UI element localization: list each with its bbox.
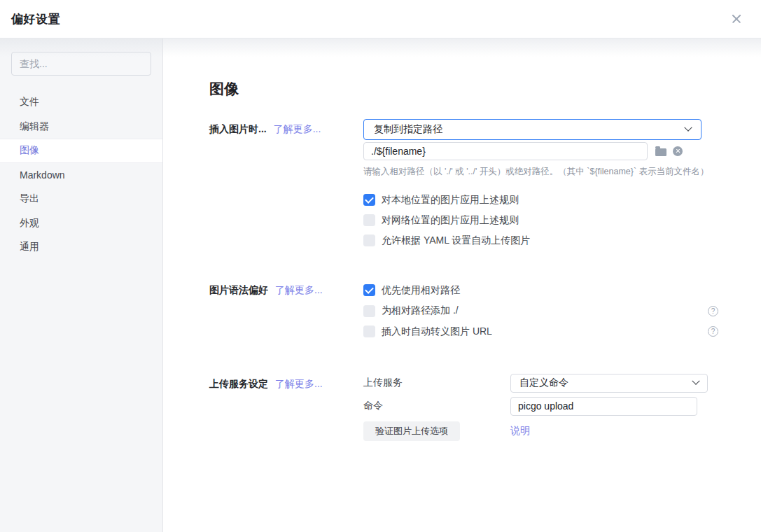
sidebar-item-label: 外观 bbox=[20, 217, 39, 230]
page-title: 图像 bbox=[209, 79, 761, 99]
learn-more-link[interactable]: 了解更多... bbox=[275, 378, 323, 391]
command-input[interactable] bbox=[510, 397, 697, 416]
syntax-checkbox-group: 优先使用相对路径 为相对路径添加 ./ 插入时自动转义图片 URL bbox=[363, 284, 718, 337]
section-head: 图片语法偏好 了解更多... bbox=[209, 284, 363, 346]
checkbox-label: 对网络位置的图片应用上述规则 bbox=[382, 214, 519, 227]
question-circle-icon[interactable] bbox=[708, 306, 718, 316]
checkbox-row-local-images[interactable]: 对本地位置的图片应用上述规则 bbox=[363, 194, 718, 206]
checkbox-row-relative-path[interactable]: 优先使用相对路径 bbox=[363, 284, 718, 296]
upload-service-select-value: 自定义命令 bbox=[519, 377, 568, 389]
insert-checkbox-group: 对本地位置的图片应用上述规则 对网络位置的图片应用上述规则 允许根据 YAML … bbox=[363, 194, 718, 246]
folder-icon[interactable] bbox=[655, 148, 666, 156]
settings-sidebar: 文件 编辑器 图像 Markdown 导出 外观 通用 bbox=[0, 38, 163, 532]
section-upload-service: 上传服务设定 了解更多... 上传服务 自定义命令 命令 bbox=[209, 374, 761, 445]
checkbox[interactable] bbox=[363, 284, 375, 296]
chevron-down-icon bbox=[684, 124, 692, 132]
sidebar-item-label: 文件 bbox=[20, 96, 39, 108]
upload-service-label: 上传服务 bbox=[363, 377, 510, 389]
checkbox-label: 为相对路径添加 ./ bbox=[382, 304, 459, 317]
sidebar-item-label: 通用 bbox=[20, 241, 39, 253]
sidebar-item-file[interactable]: 文件 bbox=[0, 90, 162, 115]
checkbox-label: 对本地位置的图片应用上述规则 bbox=[382, 194, 519, 206]
checkbox-row-add-dot-slash[interactable]: 为相对路径添加 ./ bbox=[363, 305, 718, 317]
insert-mode-select[interactable]: 复制到指定路径 bbox=[363, 119, 701, 140]
copy-path-input[interactable] bbox=[363, 142, 648, 160]
sidebar-item-export[interactable]: 导出 bbox=[0, 187, 162, 211]
section-body: 复制到指定路径 请输入相对路径（以 './' 或 '../' 开头）或绝对路径。… bbox=[363, 119, 718, 255]
checkbox-row-yaml-upload[interactable]: 允许根据 YAML 设置自动上传图片 bbox=[363, 234, 718, 246]
checkbox[interactable] bbox=[363, 305, 375, 317]
window-body: 文件 编辑器 图像 Markdown 导出 外观 通用 bbox=[0, 38, 761, 532]
path-row bbox=[363, 142, 718, 160]
insert-mode-select-value: 复制到指定路径 bbox=[374, 123, 442, 136]
section-label: 上传服务设定 bbox=[209, 378, 268, 391]
checkbox-row-online-images[interactable]: 对网络位置的图片应用上述规则 bbox=[363, 214, 718, 226]
section-head: 上传服务设定 了解更多... bbox=[209, 374, 363, 445]
section-body: 优先使用相对路径 为相对路径添加 ./ 插入时自动转义图片 URL bbox=[363, 284, 718, 346]
section-body: 上传服务 自定义命令 命令 验证图片上传选项 说 bbox=[363, 374, 718, 445]
learn-more-link[interactable]: 了解更多... bbox=[274, 123, 321, 136]
sidebar-item-label: Markdown bbox=[20, 169, 65, 181]
sidebar-nav: 文件 编辑器 图像 Markdown 导出 外观 通用 bbox=[0, 90, 162, 260]
section-label: 插入图片时... bbox=[209, 123, 267, 136]
checkbox-label: 允许根据 YAML 设置自动上传图片 bbox=[382, 234, 530, 247]
validate-button-cell: 验证图片上传选项 bbox=[363, 421, 510, 441]
search-wrap bbox=[0, 38, 162, 76]
close-icon[interactable] bbox=[730, 13, 743, 25]
checkbox[interactable] bbox=[363, 194, 375, 206]
clear-circle-icon[interactable] bbox=[673, 146, 683, 156]
sidebar-item-general[interactable]: 通用 bbox=[0, 235, 162, 260]
window-title: 偏好设置 bbox=[11, 11, 60, 27]
path-hint-text: 请输入相对路径（以 './' 或 '../' 开头）或绝对路径。（其中 `${f… bbox=[363, 166, 718, 177]
sidebar-item-appearance[interactable]: 外观 bbox=[0, 211, 162, 236]
search-input[interactable] bbox=[11, 52, 151, 76]
sidebar-item-label: 编辑器 bbox=[20, 120, 49, 133]
learn-more-link[interactable]: 了解更多... bbox=[275, 284, 323, 297]
sidebar-item-image[interactable]: 图像 bbox=[0, 139, 162, 163]
checkbox-label: 插入时自动转义图片 URL bbox=[382, 326, 492, 338]
sidebar-item-label: 导出 bbox=[20, 192, 39, 205]
checkbox-row-escape-url[interactable]: 插入时自动转义图片 URL bbox=[363, 326, 718, 337]
section-image-syntax: 图片语法偏好 了解更多... 优先使用相对路径 为相对路径添加 ./ bbox=[209, 284, 761, 346]
settings-content: 图像 插入图片时... 了解更多... 复制到指定路径 bbox=[163, 38, 761, 532]
upload-service-select[interactable]: 自定义命令 bbox=[510, 374, 708, 393]
command-label: 命令 bbox=[363, 400, 510, 412]
window-header: 偏好设置 bbox=[0, 0, 761, 38]
sidebar-item-markdown[interactable]: Markdown bbox=[0, 163, 162, 188]
question-circle-icon[interactable] bbox=[708, 326, 718, 337]
checkbox[interactable] bbox=[363, 234, 375, 246]
section-insert-image: 插入图片时... 了解更多... 复制到指定路径 请输入相对路径（以 './' … bbox=[209, 119, 761, 255]
section-label: 图片语法偏好 bbox=[209, 284, 268, 297]
checkbox-label: 优先使用相对路径 bbox=[382, 284, 460, 297]
command-row: 命令 bbox=[363, 397, 718, 416]
checkbox[interactable] bbox=[363, 326, 375, 337]
sidebar-item-label: 图像 bbox=[20, 144, 39, 157]
validate-upload-button[interactable]: 验证图片上传选项 bbox=[363, 421, 460, 441]
checkbox[interactable] bbox=[363, 214, 375, 226]
preferences-window: 偏好设置 文件 编辑器 图像 Markdown bbox=[0, 0, 761, 532]
upload-service-row: 上传服务 自定义命令 bbox=[363, 374, 718, 393]
chevron-down-icon bbox=[692, 377, 699, 385]
docs-link[interactable]: 说明 bbox=[510, 425, 530, 438]
validate-row: 验证图片上传选项 说明 bbox=[363, 421, 718, 441]
section-head: 插入图片时... 了解更多... bbox=[209, 119, 363, 255]
sidebar-item-editor[interactable]: 编辑器 bbox=[0, 115, 162, 139]
